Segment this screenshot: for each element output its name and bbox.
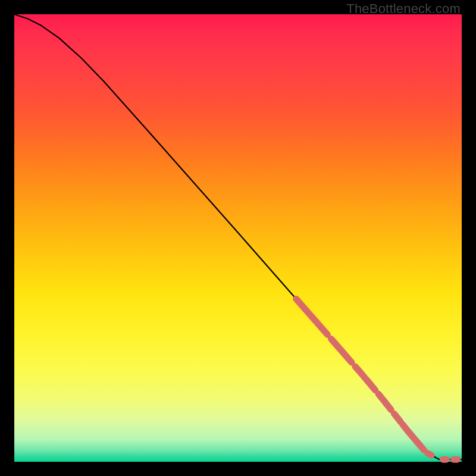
chart-svg bbox=[14, 14, 462, 462]
ribbon-segment bbox=[331, 339, 352, 362]
chart-frame: TheBottleneck.com bbox=[0, 0, 476, 476]
ribbon-segment bbox=[355, 367, 375, 390]
baseline-dots bbox=[408, 431, 458, 459]
ribbon-segment bbox=[394, 414, 400, 422]
ribbon-segment bbox=[378, 394, 391, 409]
plot-area bbox=[14, 14, 462, 462]
baseline-dash bbox=[428, 453, 431, 455]
ribbon-segment bbox=[296, 299, 328, 334]
highlight-ribbons bbox=[296, 299, 408, 430]
baseline-dash bbox=[408, 431, 424, 450]
curve-line bbox=[14, 14, 462, 459]
